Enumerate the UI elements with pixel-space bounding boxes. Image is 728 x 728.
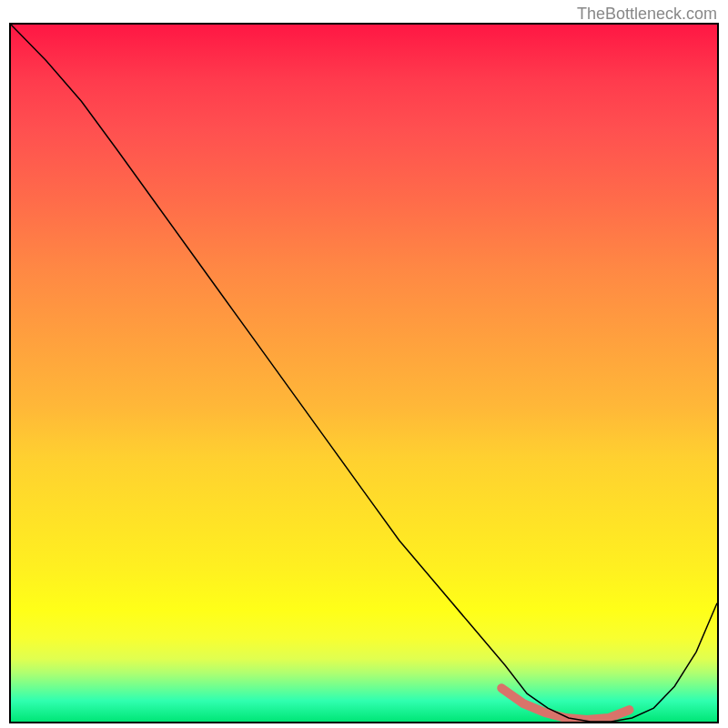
chart-container <box>9 23 719 723</box>
watermark-text: TheBottleneck.com <box>577 5 717 24</box>
bottleneck-curve <box>11 25 717 722</box>
optimal-range-highlight <box>501 688 629 720</box>
chart-svg <box>11 25 717 722</box>
